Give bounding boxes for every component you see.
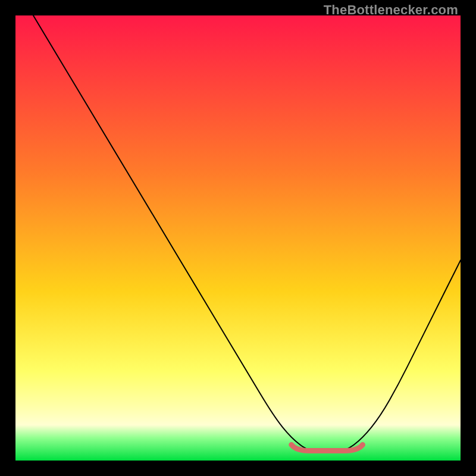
chart-plot xyxy=(15,15,461,461)
gradient-background xyxy=(15,15,461,461)
watermark-text: TheBottlenecker.com xyxy=(324,2,458,18)
chart-frame xyxy=(15,15,461,461)
